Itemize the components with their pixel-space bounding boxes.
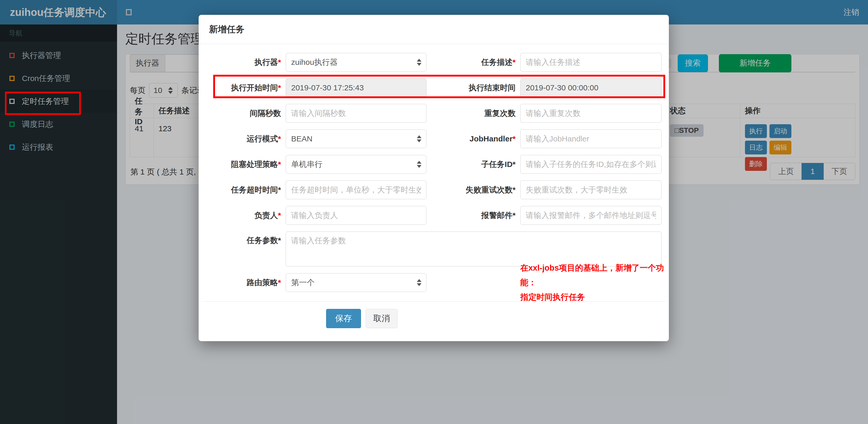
start-time-input[interactable] xyxy=(286,78,427,97)
route-strategy-select[interactable]: 第一个 xyxy=(286,273,427,292)
owner-input[interactable] xyxy=(286,206,427,225)
required-mark: * xyxy=(513,134,516,143)
alarm-email-input[interactable] xyxy=(520,206,661,225)
repeat-input[interactable] xyxy=(520,104,661,123)
route-strategy-label: 路由策略* xyxy=(202,278,286,287)
child-job-input[interactable] xyxy=(520,155,661,174)
save-button[interactable]: 保存 xyxy=(326,309,361,328)
executor-select[interactable]: zuihou执行器 xyxy=(286,53,427,72)
required-mark: * xyxy=(278,58,281,66)
form-row-exec-time: 执行开始时间* 执行结束时间 xyxy=(202,78,665,97)
job-param-label: 任务参数* xyxy=(202,232,286,245)
run-mode-select[interactable]: BEAN xyxy=(286,129,427,148)
timeout-label: 任务超时时间* xyxy=(202,185,286,195)
select-caret-icon xyxy=(417,279,422,286)
modal-title: 新增任务 xyxy=(209,24,245,35)
retry-input[interactable] xyxy=(520,181,661,199)
select-caret-icon xyxy=(417,135,422,142)
executor-label: 执行器* xyxy=(202,58,286,67)
required-mark: * xyxy=(278,83,281,92)
modal-header: 新增任务 xyxy=(198,15,669,44)
required-mark: * xyxy=(278,134,281,143)
feature-note: 在xxl-jobs项目的基础上，新增了一个功能： 指定时间执行任务 xyxy=(520,261,665,304)
required-mark: * xyxy=(278,278,281,287)
block-strategy-select-value: 单机串行 xyxy=(291,159,322,170)
timeout-input[interactable] xyxy=(286,181,427,199)
owner-label: 负责人* xyxy=(202,211,286,220)
select-caret-icon xyxy=(417,161,422,168)
block-strategy-label: 阻塞处理策略* xyxy=(202,160,286,169)
start-time-label: 执行开始时间* xyxy=(202,83,286,93)
retry-label: 失败重试次数* xyxy=(427,185,520,195)
required-mark: * xyxy=(278,160,281,168)
form-row-timeout-retry: 任务超时时间* 失败重试次数* xyxy=(202,181,665,199)
required-mark: * xyxy=(278,211,281,220)
job-desc-input[interactable] xyxy=(520,53,661,72)
required-mark: * xyxy=(513,58,516,66)
form-row-interval-repeat: 间隔秒数 重复次数 xyxy=(202,104,665,123)
route-strategy-select-value: 第一个 xyxy=(291,278,315,288)
executor-select-value: zuihou执行器 xyxy=(291,57,338,68)
form-row-route-strategy: 路由策略* 第一个 在xxl-jobs项目的基础上，新增了一个功能： 指定时间执… xyxy=(202,273,665,292)
interval-label: 间隔秒数 xyxy=(202,108,286,118)
run-mode-select-value: BEAN xyxy=(291,134,313,143)
cancel-button[interactable]: 取消 xyxy=(366,309,398,328)
form-row-runmode-handler: 运行模式* BEAN JobHandler* xyxy=(202,129,665,148)
block-strategy-select[interactable]: 单机串行 xyxy=(286,155,427,174)
form-row-block-child: 阻塞处理策略* 单机串行 子任务ID* xyxy=(202,155,665,174)
feature-note-line2: 指定时间执行任务 xyxy=(520,290,665,304)
alarm-email-label: 报警邮件* xyxy=(427,211,520,220)
child-job-label: 子任务ID* xyxy=(427,160,520,169)
end-time-input[interactable] xyxy=(520,78,661,97)
repeat-label: 重复次数 xyxy=(427,108,520,118)
add-task-modal: 新增任务 执行器* zuihou执行器 任务描述* 执行开始时间* 执行结束时间… xyxy=(198,15,669,341)
form-row-owner-email: 负责人* 报警邮件* xyxy=(202,206,665,225)
select-caret-icon xyxy=(417,59,422,66)
job-desc-label: 任务描述* xyxy=(427,58,520,67)
job-handler-input[interactable] xyxy=(520,129,661,148)
feature-note-line1: 在xxl-jobs项目的基础上，新增了一个功能： xyxy=(520,261,665,290)
run-mode-label: 运行模式* xyxy=(202,134,286,143)
modal-body: 执行器* zuihou执行器 任务描述* 执行开始时间* 执行结束时间 间隔秒数… xyxy=(198,44,669,328)
modal-footer: 保存 取消 xyxy=(202,302,665,328)
job-handler-label: JobHandler* xyxy=(427,134,520,143)
end-time-label: 执行结束时间 xyxy=(427,83,520,93)
form-row-executor-desc: 执行器* zuihou执行器 任务描述* xyxy=(202,53,665,72)
interval-input[interactable] xyxy=(286,104,427,123)
